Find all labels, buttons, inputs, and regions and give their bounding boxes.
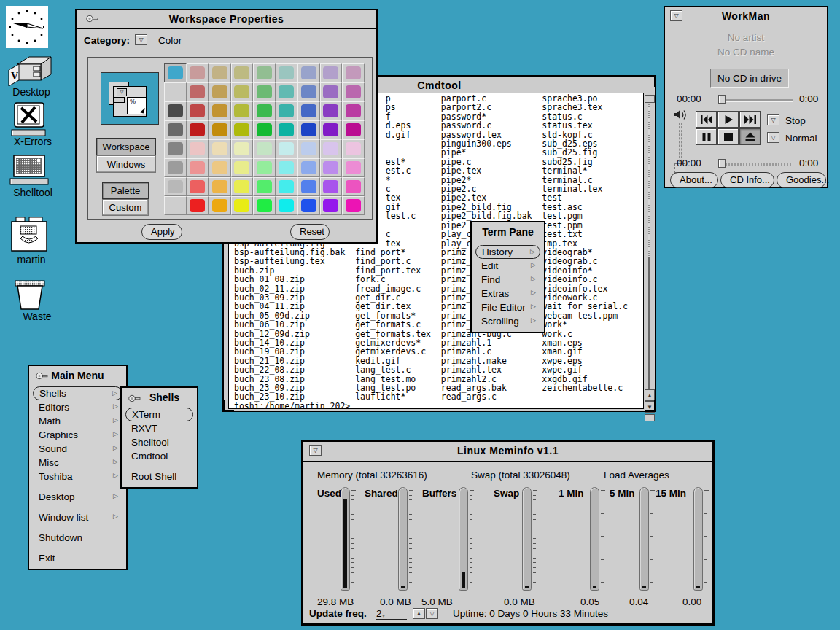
martin-printer-icon[interactable]: martin	[7, 216, 51, 258]
color-swatch[interactable]	[279, 161, 294, 174]
color-swatch[interactable]	[279, 104, 294, 117]
palette-cell[interactable]	[253, 120, 276, 139]
palette-cell[interactable]	[298, 196, 320, 215]
menu-item-shutdown[interactable]: Shutdown	[33, 531, 122, 545]
toggle-windows[interactable]: Windows	[96, 155, 156, 173]
palette-cell[interactable]	[231, 63, 254, 82]
color-swatch[interactable]	[168, 142, 183, 155]
track-slider[interactable]	[720, 99, 793, 101]
palette-cell[interactable]	[187, 139, 209, 158]
color-swatch[interactable]	[234, 180, 249, 193]
palette-cell[interactable]	[231, 82, 254, 101]
color-swatch[interactable]	[279, 199, 294, 212]
palette-cell[interactable]	[209, 120, 231, 139]
menu-item-misc[interactable]: Misc▷	[33, 456, 122, 470]
apply-button[interactable]: Apply	[141, 224, 182, 240]
color-swatch[interactable]	[257, 104, 272, 117]
waste-icon[interactable]: Waste	[13, 277, 48, 314]
color-swatch[interactable]	[323, 161, 338, 174]
menu-item-toshiba[interactable]: Toshiba▷	[33, 470, 122, 483]
color-swatch[interactable]	[301, 66, 316, 79]
color-swatch[interactable]	[279, 66, 294, 79]
palette-cell[interactable]	[298, 82, 320, 101]
palette-cell[interactable]	[253, 177, 276, 196]
palette-cell[interactable]	[320, 139, 343, 158]
color-swatch[interactable]	[257, 142, 272, 155]
palette-cell[interactable]	[231, 101, 254, 120]
menu-item-history[interactable]: History▷	[475, 245, 540, 259]
color-swatch[interactable]	[346, 104, 361, 117]
palette-cell[interactable]	[276, 177, 298, 196]
menu-item-window-list[interactable]: Window list▷	[33, 510, 122, 524]
color-swatch[interactable]	[234, 66, 249, 79]
palette-cell[interactable]	[164, 196, 187, 215]
scrollbar[interactable]: ▲ ▼	[645, 93, 655, 409]
palette-cell[interactable]	[209, 196, 231, 215]
palette-cell[interactable]	[276, 196, 298, 215]
palette-cell[interactable]	[164, 139, 187, 158]
menu-item-math[interactable]: Math▷	[33, 414, 122, 428]
color-swatch[interactable]	[168, 180, 183, 193]
color-swatch[interactable]	[257, 161, 272, 174]
color-swatch[interactable]	[323, 104, 338, 117]
palette-cell[interactable]	[253, 82, 276, 101]
play-button[interactable]	[718, 111, 739, 128]
color-swatch[interactable]	[257, 123, 272, 136]
palette-cell[interactable]	[298, 101, 320, 120]
color-swatch[interactable]	[323, 180, 338, 193]
palette-cell[interactable]	[231, 120, 254, 139]
color-swatch[interactable]	[301, 161, 316, 174]
menu-item-xterm[interactable]: XTerm	[125, 408, 193, 421]
palette-cell[interactable]	[187, 196, 209, 215]
color-swatch[interactable]	[257, 85, 272, 98]
color-swatch[interactable]	[346, 142, 361, 155]
menu-item-sound[interactable]: Sound▷	[33, 442, 122, 456]
update-freq-value[interactable]: 2	[376, 608, 407, 620]
color-swatch[interactable]	[279, 123, 294, 136]
palette-cell[interactable]	[298, 177, 320, 196]
color-swatch[interactable]	[234, 199, 249, 212]
color-swatch[interactable]	[323, 123, 338, 136]
scrollbar-top-anchor[interactable]	[645, 95, 655, 103]
color-swatch[interactable]	[190, 199, 205, 212]
color-swatch[interactable]	[190, 123, 205, 136]
color-swatch[interactable]	[212, 161, 228, 174]
resize-corner-sw[interactable]	[222, 400, 234, 412]
color-swatch[interactable]	[190, 85, 205, 98]
palette-cell[interactable]	[209, 63, 231, 82]
color-swatch[interactable]	[190, 180, 205, 193]
palette-cell[interactable]	[209, 139, 231, 158]
toggle-workspace[interactable]: Workspace	[96, 138, 156, 155]
scrollbar-bottom-anchor[interactable]	[645, 414, 655, 421]
color-swatch[interactable]	[212, 104, 228, 117]
color-swatch[interactable]	[168, 161, 183, 174]
color-swatch[interactable]	[346, 180, 361, 193]
color-swatch[interactable]	[234, 161, 249, 174]
palette-cell[interactable]	[320, 158, 343, 177]
stop-button[interactable]	[718, 128, 739, 145]
palette-cell[interactable]	[164, 120, 187, 139]
color-swatch[interactable]	[323, 66, 338, 79]
about-button[interactable]: About...	[670, 172, 718, 188]
palette-cell[interactable]	[164, 177, 187, 196]
color-swatch[interactable]	[257, 199, 272, 212]
scrollbar-up-arrow[interactable]: ▲	[645, 389, 655, 401]
menu-item-desktop[interactable]: Desktop▷	[33, 490, 122, 504]
color-swatch[interactable]	[301, 180, 316, 193]
palette-cell[interactable]	[298, 139, 320, 158]
palette-cell[interactable]	[187, 82, 209, 101]
palette-cell[interactable]	[253, 139, 276, 158]
menu-item-graphics[interactable]: Graphics▷	[33, 428, 122, 442]
palette-cell[interactable]	[187, 158, 209, 177]
color-swatch[interactable]	[212, 85, 228, 98]
toggle-custom[interactable]: Custom	[102, 199, 149, 216]
toggle-palette[interactable]: Palette	[102, 182, 149, 199]
clock-icon[interactable]	[6, 6, 48, 51]
color-swatch[interactable]	[234, 104, 249, 117]
color-swatch[interactable]	[346, 161, 361, 174]
resize-corner-se[interactable]	[645, 400, 656, 412]
menu-item-scrolling[interactable]: Scrolling▷	[475, 314, 540, 328]
palette-cell[interactable]	[187, 63, 209, 82]
color-swatch[interactable]	[323, 199, 338, 212]
color-swatch[interactable]	[212, 180, 228, 193]
